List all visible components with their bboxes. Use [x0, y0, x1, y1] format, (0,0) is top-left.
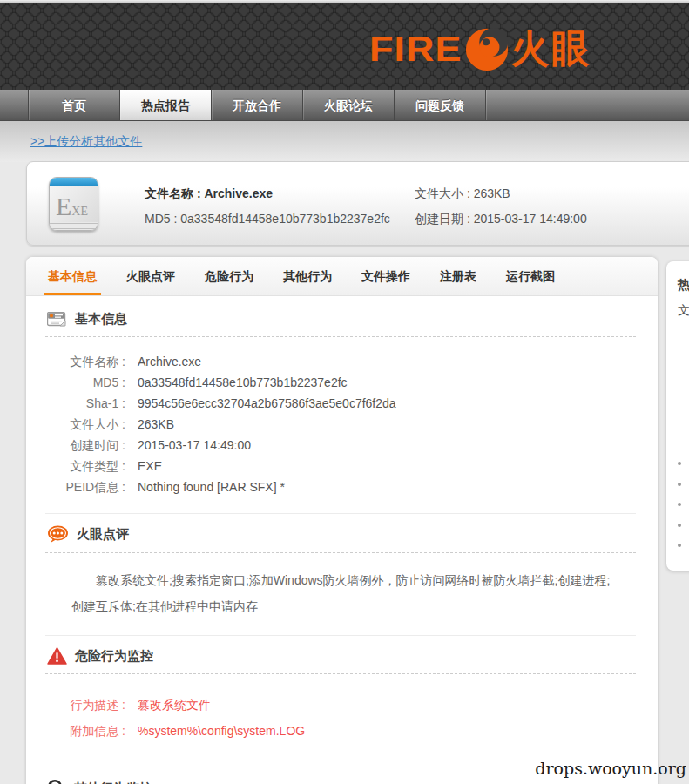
file-name-row: 文件名称 : Archive.exe [145, 186, 273, 202]
section-title: 其他行为监控 [74, 781, 152, 784]
nav-filler [486, 90, 689, 120]
sidebar-clipped-title: 热 [678, 277, 689, 303]
nav-item-label: 开放合作 [233, 98, 281, 112]
report-tab-label: 注册表 [440, 269, 476, 283]
nav-item-label: 问题反馈 [415, 98, 464, 112]
eye-icon [463, 25, 510, 72]
file-md5-row: MD5 : 0a33548fd14458e10b773b1b2237e2fc [145, 212, 390, 226]
logo-cn-text: 火眼 [511, 26, 591, 71]
row-value: Nothing found [RAR SFX] * [138, 476, 285, 497]
row-label: 文件大小 : [45, 414, 125, 435]
row-label: 行为描述 : [45, 692, 125, 718]
section-title: 基本信息 [75, 311, 127, 328]
section-title: 火眼点评 [77, 526, 129, 543]
file-md5-value: 0a33548fd14458e10b773b1b2237e2fc [180, 212, 390, 226]
speech-bubble-icon [47, 525, 69, 544]
file-name-label: 文件名称 : [145, 186, 201, 200]
exe-icon-letter-big: E [56, 192, 71, 220]
subheader-strip: >>上传分析其他文件 [0, 121, 689, 162]
sidebar-clipped-text: 文 [678, 303, 689, 319]
section-basic-info: 基本信息 文件名称 : Archive.exe MD5 : 0a33548fd1… [45, 300, 636, 513]
row-label: 文件名称 : [45, 351, 125, 372]
nav-item[interactable]: 问题反馈 [395, 90, 486, 120]
basic-info-row: 创建时间 : 2015-03-17 14:49:00 [45, 435, 636, 456]
sidebar-list-item[interactable] [678, 518, 689, 539]
nav-item-label: 首页 [62, 98, 86, 112]
exe-icon-letter-small: XE [71, 205, 88, 218]
fireeye-comment-text: 篡改系统文件;搜索指定窗口;添加Windows防火墙例外，防止访问网络时被防火墙… [71, 567, 620, 619]
sidebar-list-item[interactable] [678, 538, 689, 559]
section-fireeye-comment: 火眼点评 篡改系统文件;搜索指定窗口;添加Windows防火墙例外，防止访问网络… [45, 513, 636, 619]
file-summary-card: EXE 文件名称 : Archive.exe MD5 : 0a33548fd14… [26, 161, 689, 246]
report-tab[interactable]: 文件操作 [357, 257, 415, 295]
report-tab-label: 危险行为 [205, 269, 253, 283]
row-value: Archive.exe [138, 351, 201, 372]
sidebar-list-item[interactable] [678, 477, 689, 498]
basic-info-row: MD5 : 0a33548fd14458e10b773b1b2237e2fc [45, 372, 636, 393]
section-danger-behavior: 危险行为监控 行为描述 : 篡改系统文件 附加信息 : %system%\con… [45, 635, 636, 767]
row-value: 2015-03-17 14:49:00 [138, 435, 251, 456]
dashed-divider [45, 552, 636, 553]
file-size-value: 263KB [474, 186, 510, 200]
report-tab[interactable]: 注册表 [436, 257, 481, 295]
file-date-value: 2015-03-17 14:49:00 [474, 212, 587, 226]
row-label: Sha-1 : [45, 393, 125, 414]
basic-info-row: 文件大小 : 263KB [45, 414, 636, 435]
file-md5-label: MD5 : [145, 212, 177, 226]
sidebar-list-item[interactable] [678, 497, 689, 518]
sidebar-list-item[interactable] [678, 456, 689, 477]
basic-info-row: Sha-1 : 9954c56e6ecc32704a2b67586f3ae5e0… [45, 393, 636, 414]
exe-icon-pages [50, 222, 98, 230]
row-label: 创建时间 : [45, 435, 125, 456]
nav-item-label: 热点报告 [141, 98, 190, 112]
id-card-icon [47, 312, 67, 328]
danger-row: 附加信息 : %system%\config\system.LOG [45, 718, 636, 744]
report-card: 基本信息 火眼点评 危险行为 其他行为 文件操作 注册表 运行截图 [26, 257, 658, 784]
watermark-text: drops.wooyun.org [535, 759, 686, 778]
report-tab[interactable]: 基本信息 [44, 257, 101, 295]
fireeye-logo: FIRE 火眼 [369, 25, 591, 72]
report-tab[interactable]: 其他行为 [279, 257, 336, 295]
report-tab-label: 文件操作 [361, 269, 410, 283]
nav-item-label: 火眼论坛 [324, 98, 373, 112]
nav-spacer [0, 90, 29, 120]
upload-other-file-link[interactable]: >>上传分析其他文件 [30, 134, 142, 150]
exe-file-icon: EXE [49, 177, 98, 231]
site-header: FIRE 火眼 [0, 3, 689, 90]
row-value: EXE [138, 456, 162, 476]
row-value: %system%\config\system.LOG [138, 718, 305, 744]
row-label: PEID信息 : [45, 476, 125, 497]
row-value: 0a33548fd14458e10b773b1b2237e2fc [138, 372, 348, 393]
nav-item[interactable]: 火眼论坛 [303, 90, 395, 120]
row-value: 263KB [138, 414, 174, 435]
report-tab[interactable]: 危险行为 [200, 257, 258, 295]
report-tab[interactable]: 运行截图 [502, 257, 559, 295]
basic-info-row: 文件类型 : EXE [45, 456, 636, 476]
magnifier-icon [47, 779, 66, 784]
sidebar-bullet-list [678, 456, 689, 559]
file-size-label: 文件大小 : [415, 186, 470, 200]
section-title: 危险行为监控 [75, 648, 153, 665]
report-tab-label: 运行截图 [506, 269, 555, 283]
nav-item[interactable]: 开放合作 [212, 90, 303, 120]
file-size-row: 文件大小 : 263KB [415, 186, 510, 202]
nav-item[interactable]: 首页 [29, 90, 120, 120]
file-name-value: Archive.exe [204, 186, 273, 200]
file-date-label: 创建日期 : [415, 212, 470, 226]
file-date-row: 创建日期 : 2015-03-17 14:49:00 [415, 212, 587, 227]
basic-info-row: 文件名称 : Archive.exe [45, 351, 636, 372]
logo-fire-text: FIRE [369, 28, 463, 70]
report-tab[interactable]: 火眼点评 [122, 257, 179, 295]
row-label: MD5 : [45, 372, 125, 393]
row-value: 篡改系统文件 [138, 692, 211, 718]
danger-row: 行为描述 : 篡改系统文件 [45, 692, 636, 718]
main-nav: 首页 热点报告 开放合作 火眼论坛 问题反馈 [0, 90, 689, 121]
warning-triangle-icon [47, 647, 67, 665]
report-tab-label: 基本信息 [48, 269, 97, 283]
row-label: 文件类型 : [45, 456, 125, 476]
report-tab-label: 火眼点评 [126, 269, 175, 283]
nav-item[interactable]: 热点报告 [120, 90, 212, 120]
report-tab-label: 其他行为 [283, 269, 332, 283]
row-value: 9954c56e6ecc32704a2b67586f3ae5e0c7f6f2da [138, 393, 396, 414]
row-label: 附加信息 : [45, 718, 125, 744]
